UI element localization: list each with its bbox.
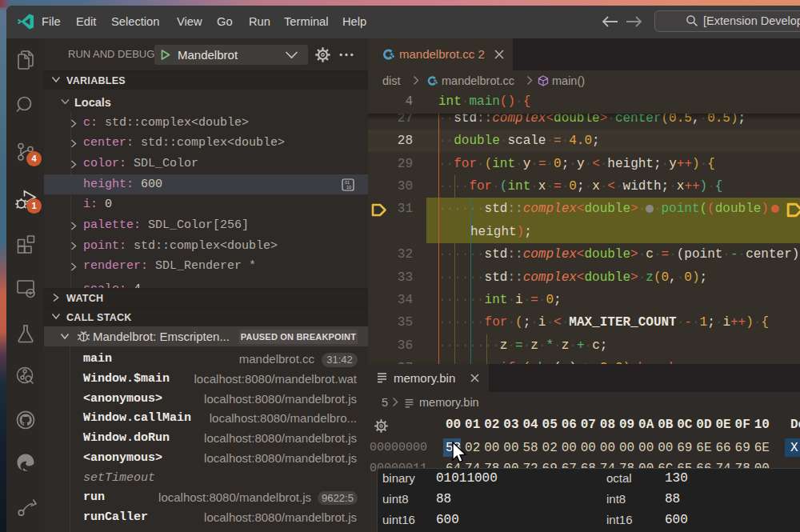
svg-text:10: 10 [346,185,351,190]
